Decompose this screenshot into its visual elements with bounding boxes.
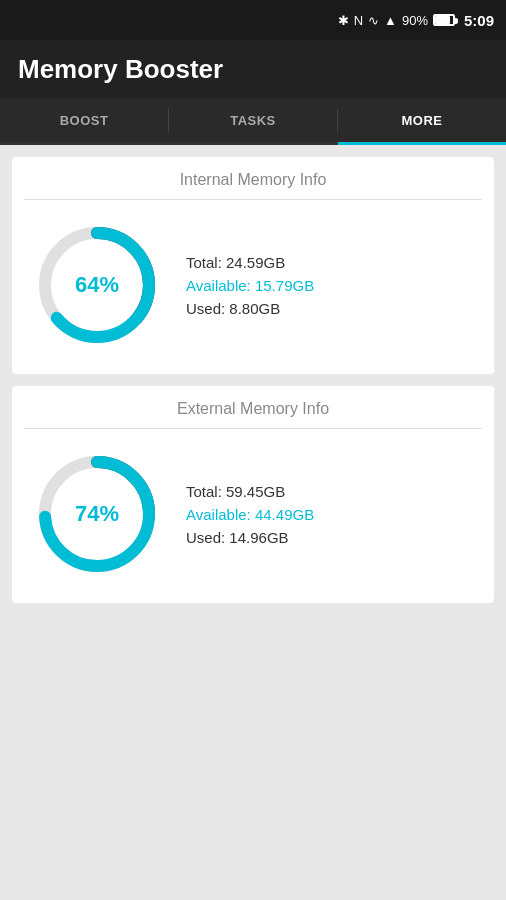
external-percent: 74% [75,501,119,527]
tab-tasks[interactable]: TASKS [169,99,337,142]
tab-more[interactable]: MORE [338,99,506,142]
battery-percent: 90% [402,13,428,28]
internal-total: Total: 24.59GB [186,254,314,271]
tab-boost[interactable]: BOOST [0,99,168,142]
internal-ring-chart: 64% [32,220,162,350]
external-card-body: 74% Total: 59.45GB Available: 44.49GB Us… [12,429,494,603]
external-ring-chart: 74% [32,449,162,579]
status-bar: ✱ N ∿ ▲ 90% 5:09 [0,0,506,40]
wifi-icon: ∿ [368,13,379,28]
external-memory-card: External Memory Info 74% Total: 59.45GB … [12,386,494,603]
internal-card-body: 64% Total: 24.59GB Available: 15.79GB Us… [12,200,494,374]
network-icon: N [354,13,363,28]
status-icons: ✱ N ∿ ▲ 90% 5:09 [338,12,494,29]
internal-card-title: Internal Memory Info [12,157,494,199]
app-header: Memory Booster [0,40,506,99]
internal-available: Available: 15.79GB [186,277,314,294]
internal-memory-info: Total: 24.59GB Available: 15.79GB Used: … [186,254,314,317]
signal-icon: ▲ [384,13,397,28]
bluetooth-icon: ✱ [338,13,349,28]
internal-used: Used: 8.80GB [186,300,314,317]
internal-memory-card: Internal Memory Info 64% Total: 24.59GB … [12,157,494,374]
external-available: Available: 44.49GB [186,506,314,523]
app-title: Memory Booster [18,54,488,85]
external-card-title: External Memory Info [12,386,494,428]
content-area: Internal Memory Info 64% Total: 24.59GB … [0,145,506,615]
internal-percent: 64% [75,272,119,298]
status-time: 5:09 [464,12,494,29]
external-memory-info: Total: 59.45GB Available: 44.49GB Used: … [186,483,314,546]
battery-icon [433,14,455,26]
tab-bar: BOOST TASKS MORE [0,99,506,145]
external-used: Used: 14.96GB [186,529,314,546]
external-total: Total: 59.45GB [186,483,314,500]
